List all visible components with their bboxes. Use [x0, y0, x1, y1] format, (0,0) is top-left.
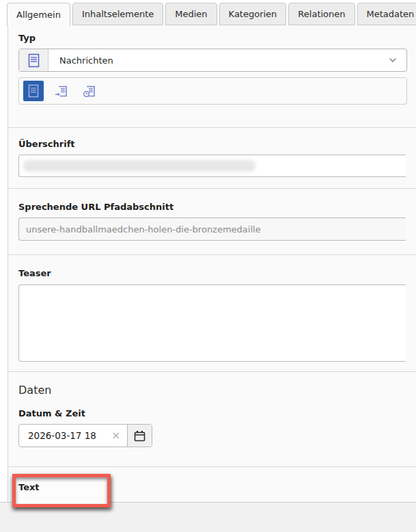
- tab-medien[interactable]: Medien: [165, 3, 217, 25]
- teaser-section: Teaser: [8, 254, 416, 371]
- tab-metadaten[interactable]: Metadaten: [357, 3, 416, 25]
- chevron-down-icon: [389, 57, 397, 63]
- news-external-url-icon: [83, 84, 96, 98]
- daten-heading: Daten: [18, 384, 416, 397]
- news-type-internal-page-button[interactable]: [51, 81, 72, 101]
- clear-datetime-icon[interactable]: ×: [111, 431, 120, 441]
- typ-select[interactable]: Nachrichten: [18, 49, 407, 72]
- typ-select-icon-box: [19, 49, 48, 71]
- redacted-headline-value: [23, 160, 255, 172]
- news-article-icon: [28, 53, 40, 68]
- typ-section: Typ Nachrichten: [8, 25, 416, 127]
- url-segment-label: Sprechende URL Pfadabschnitt: [18, 202, 174, 212]
- datetime-input-group: ×: [18, 424, 152, 447]
- url-segment-section: Sprechende URL Pfadabschnitt: [8, 188, 416, 254]
- allgemein-tab-panel: Typ Nachrichten: [8, 25, 416, 502]
- datetime-input[interactable]: [19, 430, 96, 441]
- ueberschrift-input[interactable]: [18, 155, 406, 177]
- ueberschrift-section: Überschrift: [8, 127, 416, 188]
- news-type-external-url-button[interactable]: [79, 81, 100, 101]
- url-segment-input[interactable]: [18, 217, 406, 241]
- datum-zeit-label: Datum & Zeit: [18, 408, 416, 418]
- teaser-textarea[interactable]: [18, 284, 406, 362]
- tab-relationen[interactable]: Relationen: [288, 3, 355, 25]
- typ-select-value: Nachrichten: [48, 55, 113, 66]
- tab-bar: Allgemein Inhaltselemente Medien Kategor…: [0, 0, 416, 25]
- daten-section: Daten Datum & Zeit ×: [8, 371, 416, 466]
- tab-kategorien[interactable]: Kategorien: [219, 3, 287, 25]
- news-article-icon: [28, 84, 39, 98]
- tab-inhaltselemente[interactable]: Inhaltselemente: [72, 3, 163, 25]
- tab-allgemein[interactable]: Allgemein: [7, 3, 70, 26]
- calendar-picker-button[interactable]: [127, 425, 152, 447]
- text-label: Text: [16, 477, 107, 492]
- annotation-highlight-box: Text: [12, 474, 111, 507]
- news-type-article-button[interactable]: [23, 81, 44, 101]
- news-internal-page-icon: [55, 84, 68, 98]
- ueberschrift-label: Überschrift: [18, 139, 75, 149]
- news-type-icon-row: [18, 77, 407, 105]
- calendar-icon: [134, 430, 145, 442]
- typ-label: Typ: [18, 33, 36, 43]
- teaser-label: Teaser: [18, 268, 51, 278]
- text-section: Text: [8, 466, 416, 507]
